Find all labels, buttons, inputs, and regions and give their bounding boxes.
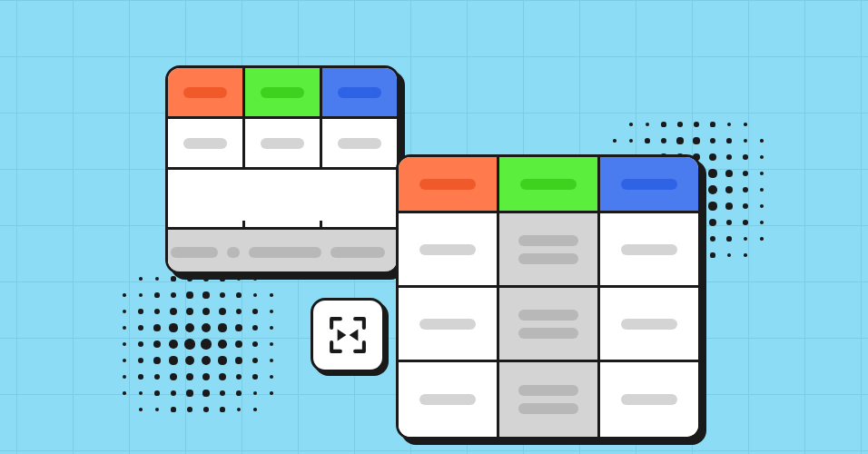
table-row [399,362,698,437]
selected-row-highlight [165,227,399,274]
header-cell [399,157,499,213]
table-left [165,65,399,274]
table-row [168,119,397,170]
merge-icon-badge [311,298,385,372]
header-cell [322,68,397,119]
header-cell [499,157,600,213]
merge-arrows-icon [324,311,371,359]
table-right [396,154,701,439]
table-row [399,213,698,288]
halftone-dots-left [118,272,278,416]
table-header-row [399,157,698,213]
header-cell [600,157,698,213]
header-cell [245,68,322,119]
table-row [399,288,698,362]
table-header-row [168,68,397,119]
header-cell [168,68,245,119]
